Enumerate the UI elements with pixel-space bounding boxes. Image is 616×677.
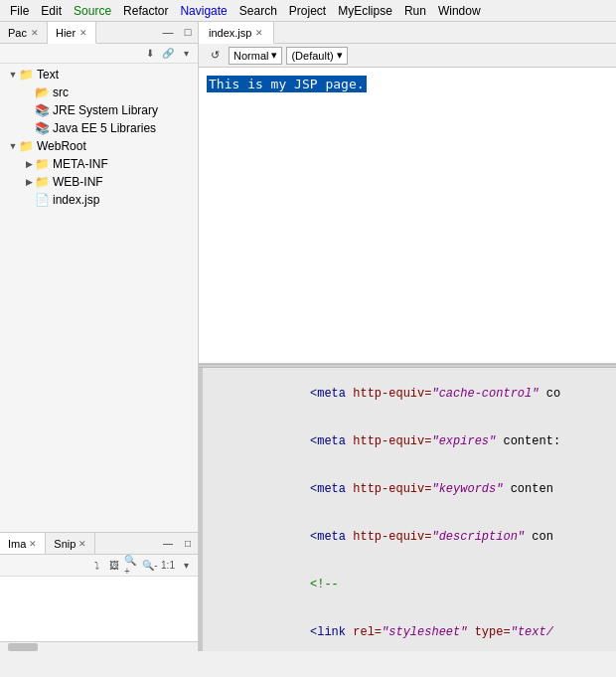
- style-dropdown[interactable]: Normal ▾: [229, 47, 282, 65]
- tree-label-text: Text: [37, 68, 59, 82]
- tree-label-indexjsp: index.jsp: [53, 193, 99, 207]
- comment-open: <!--: [310, 578, 339, 592]
- line-content-1: <meta http-equiv="cache-control" co: [238, 370, 612, 418]
- editor-tabs: index.jsp ✕: [199, 22, 616, 44]
- source-line-4: <meta http-equiv="description" con: [203, 513, 616, 561]
- maximize-left-button[interactable]: □: [178, 22, 198, 42]
- tab-hier-label: Hier: [56, 27, 76, 39]
- menu-search[interactable]: Search: [233, 2, 283, 20]
- tab-images-label: Ima: [8, 538, 26, 550]
- menu-file[interactable]: File: [4, 2, 35, 20]
- source-line-1: <meta http-equiv="cache-control" co: [203, 370, 616, 418]
- tree-arrow-javaee: [24, 123, 34, 133]
- menu-project[interactable]: Project: [283, 2, 332, 20]
- right-panel: index.jsp ✕ ↺ Normal ▾ (Default) ▾ This …: [199, 22, 616, 651]
- editor-toolbar: ↺ Normal ▾ (Default) ▾: [199, 44, 616, 68]
- jre-icon: 📚: [34, 102, 50, 118]
- attr-meta2: http-equiv=: [353, 434, 431, 448]
- tree-item-metainf[interactable]: ▶ 📁 META-INF: [0, 155, 198, 173]
- menu-run[interactable]: Run: [398, 2, 432, 20]
- actual-size-button[interactable]: 1:1: [160, 558, 176, 574]
- minimize-left-button[interactable]: —: [158, 22, 178, 42]
- text-meta2: content:: [496, 434, 560, 448]
- zoom-in-button[interactable]: 🔍+: [124, 558, 140, 574]
- design-view[interactable]: This is my JSP page.: [199, 68, 616, 364]
- tree-item-src[interactable]: 📂 src: [0, 84, 198, 101]
- javaee-icon: 📚: [34, 120, 50, 136]
- line-content-2: <meta http-equiv="expires" content:: [238, 418, 612, 465]
- tag-link: <link: [310, 625, 353, 639]
- source-line-3: <meta http-equiv="keywords" conten: [203, 465, 616, 513]
- tab-pac-close[interactable]: ✕: [31, 28, 39, 38]
- tag-meta4: <meta: [310, 530, 353, 544]
- link-editor-button[interactable]: 🔗: [160, 46, 176, 62]
- tree-menu-button[interactable]: ▾: [178, 46, 194, 62]
- tree-arrow-src: [24, 87, 34, 97]
- tab-snippets-close[interactable]: ✕: [78, 539, 86, 549]
- val-meta1: "cache-control": [431, 387, 539, 401]
- menu-navigate[interactable]: Navigate: [174, 2, 232, 20]
- bottom-left-panel: Ima ✕ Snip ✕ — □ ⤵ 🖼 🔍+ 🔍- 1:1 ▾: [0, 532, 198, 641]
- left-panel: Pac ✕ Hier ✕ — □ ⬇ 🔗 ▾ ▼ 📁 Text: [0, 22, 199, 651]
- style-label: Normal: [233, 50, 268, 62]
- refresh-icon[interactable]: ↺: [205, 46, 225, 66]
- tab-images[interactable]: Ima ✕: [0, 533, 46, 554]
- webroot-icon: 📁: [18, 138, 34, 154]
- tree-label-webinf: WEB-INF: [53, 175, 103, 189]
- tree-arrow-webroot: ▼: [8, 141, 18, 151]
- tab-package-explorer[interactable]: Pac ✕: [0, 22, 48, 43]
- panel-tabs: Pac ✕ Hier ✕ — □: [0, 22, 198, 44]
- tree-item-javaee[interactable]: 📚 Java EE 5 Libraries: [0, 119, 198, 137]
- val-meta3: "keywords": [431, 482, 503, 496]
- tree-item-jre[interactable]: 📚 JRE System Library: [0, 101, 198, 119]
- tree-item-webroot[interactable]: ▼ 📁 WebRoot: [0, 137, 198, 155]
- tree-arrow-text: ▼: [8, 70, 18, 80]
- tree-label-src: src: [53, 85, 69, 99]
- import-button[interactable]: ⤵: [88, 558, 104, 574]
- editor-tab-close[interactable]: ✕: [255, 28, 263, 38]
- menu-source[interactable]: Source: [68, 2, 117, 20]
- tree-item-text[interactable]: ▼ 📁 Text: [0, 66, 198, 84]
- collapse-all-button[interactable]: ⬇: [142, 46, 158, 62]
- menu-myeclipse[interactable]: MyEclipse: [332, 2, 398, 20]
- val-meta2: "expires": [431, 434, 496, 448]
- zoom-out-button[interactable]: 🔍-: [142, 558, 158, 574]
- minimize-bottom-button[interactable]: —: [158, 533, 178, 553]
- bottom-menu-button[interactable]: ▾: [178, 558, 194, 574]
- menu-edit[interactable]: Edit: [35, 2, 68, 20]
- editor-tab-indexjsp[interactable]: index.jsp ✕: [199, 22, 274, 44]
- attr-meta1: http-equiv=: [353, 387, 431, 401]
- default-dropdown[interactable]: (Default) ▾: [286, 47, 347, 65]
- tree-label-webroot: WebRoot: [37, 139, 86, 153]
- line-content-4: <meta http-equiv="description" con: [238, 513, 612, 561]
- metainf-icon: 📁: [34, 156, 50, 172]
- maximize-bottom-button[interactable]: □: [178, 533, 198, 553]
- source-line-2: <meta http-equiv="expires" content:: [203, 418, 616, 465]
- tree-toolbar: ⬇ 🔗 ▾: [0, 44, 198, 64]
- tab-snippets[interactable]: Snip ✕: [46, 533, 95, 554]
- tab-hier-close[interactable]: ✕: [79, 28, 87, 38]
- tree-item-indexjsp[interactable]: 📄 index.jsp: [0, 191, 198, 209]
- tab-images-close[interactable]: ✕: [29, 539, 37, 549]
- bottom-panel-tabs: Ima ✕ Snip ✕ — □: [0, 533, 198, 555]
- source-view[interactable]: <meta http-equiv="cache-control" co <met…: [199, 368, 616, 651]
- menu-window[interactable]: Window: [432, 2, 487, 20]
- text-meta3: conten: [503, 482, 552, 496]
- bottom-panel-toolbar: ⤵ 🖼 🔍+ 🔍- 1:1 ▾: [0, 555, 198, 577]
- style-arrow-icon: ▾: [271, 49, 277, 62]
- tab-hierarchy[interactable]: Hier ✕: [48, 22, 96, 44]
- source-line-5: <!--: [203, 561, 616, 608]
- line-content-5: <!--: [238, 561, 612, 608]
- menu-bar: File Edit Source Refactor Navigate Searc…: [0, 0, 616, 22]
- tag-meta3: <meta: [310, 482, 353, 496]
- image-view-button[interactable]: 🖼: [106, 558, 122, 574]
- val-rel: "stylesheet": [382, 625, 467, 639]
- tree-arrow-jre: [24, 105, 34, 115]
- menu-refactor[interactable]: Refactor: [117, 2, 174, 20]
- tree-label-javaee: Java EE 5 Libraries: [53, 121, 156, 135]
- tree-view[interactable]: ▼ 📁 Text 📂 src 📚 JRE System Library: [0, 64, 198, 532]
- bottom-panel-content: [0, 577, 198, 641]
- tree-item-webinf[interactable]: ▶ 📁 WEB-INF: [0, 173, 198, 191]
- attr-meta4: http-equiv=: [353, 530, 431, 544]
- h-scrollbar[interactable]: [0, 641, 198, 651]
